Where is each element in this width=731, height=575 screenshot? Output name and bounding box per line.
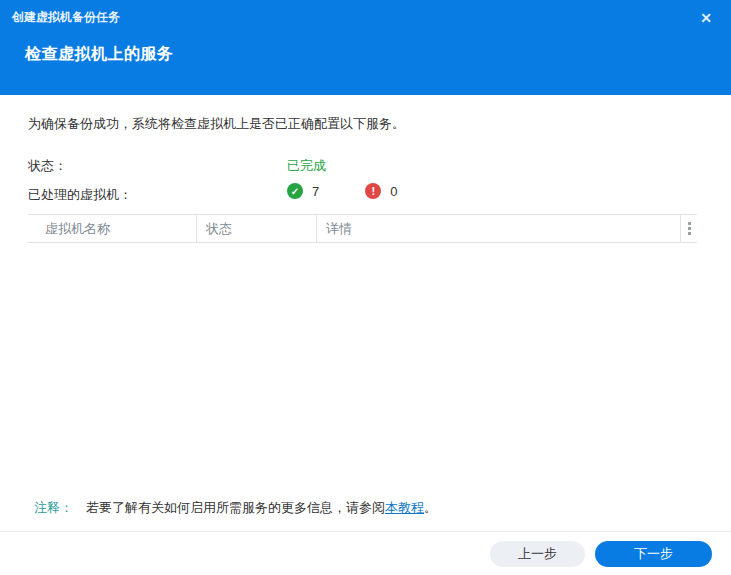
error-exclamation-icon: ! <box>365 183 381 199</box>
tutorial-link[interactable]: 本教程 <box>385 500 424 515</box>
success-check-icon: ✓ <box>287 183 303 199</box>
column-settings-button[interactable] <box>680 215 697 242</box>
previous-button[interactable]: 上一步 <box>490 541 585 567</box>
status-label: 状态： <box>28 157 67 175</box>
column-header-vm-name[interactable]: 虚拟机名称 <box>28 215 196 242</box>
note-text: 若要了解有关如何启用所需服务的更多信息，请参阅 <box>86 500 385 515</box>
success-count: 7 <box>312 184 319 199</box>
dialog-header: 创建虚拟机备份任务 ✕ 检查虚拟机上的服务 <box>0 0 731 95</box>
error-count: 0 <box>390 184 397 199</box>
close-icon[interactable]: ✕ <box>695 7 717 29</box>
note-label: 注释： <box>34 500 73 515</box>
next-button[interactable]: 下一步 <box>595 541 712 567</box>
status-value: 已完成 <box>287 157 326 175</box>
processed-vms-label: 已处理的虚拟机： <box>28 186 132 204</box>
processed-vms-counts: ✓ 7 ! 0 <box>287 183 397 199</box>
note-text-end: 。 <box>424 500 437 515</box>
step-title: 检查虚拟机上的服务 <box>25 44 174 65</box>
intro-text: 为确保备份成功，系统将检查虚拟机上是否已正确配置以下服务。 <box>28 115 405 133</box>
dialog-footer: 上一步 下一步 <box>0 531 731 575</box>
note: 注释：若要了解有关如何启用所需服务的更多信息，请参阅本教程。 <box>34 499 437 517</box>
column-header-status[interactable]: 状态 <box>196 215 316 242</box>
vm-table-header: 虚拟机名称 状态 详情 <box>28 214 697 243</box>
vertical-ellipsis-icon <box>688 222 691 235</box>
column-header-details[interactable]: 详情 <box>316 215 680 242</box>
create-vm-backup-task-dialog: 创建虚拟机备份任务 ✕ 检查虚拟机上的服务 为确保备份成功，系统将检查虚拟机上是… <box>0 0 731 575</box>
dialog-title: 创建虚拟机备份任务 <box>12 0 120 35</box>
